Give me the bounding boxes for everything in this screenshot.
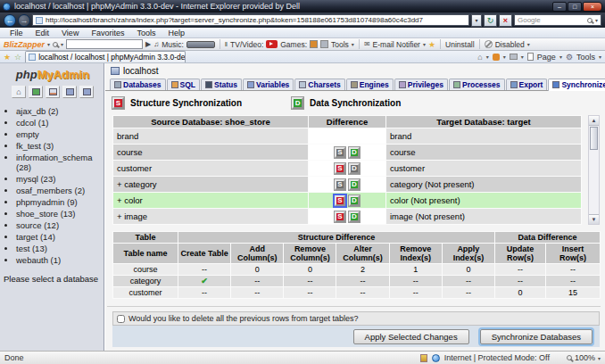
structure-sync-button[interactable]: S [335,211,345,222]
url-field[interactable]: http://localhost/branch/zahra/index.php?… [32,14,469,26]
db-item-test[interactable]: test (13) [16,243,102,254]
games-icon[interactable] [310,40,318,48]
tab-privileges[interactable]: Privileges [394,79,448,90]
menu-edit[interactable]: Edit [29,29,56,37]
email-dropdown-icon[interactable]: ▾ [423,41,426,47]
data-sync-button[interactable]: D [349,211,360,222]
search-icon[interactable] [587,18,593,23]
menu-help[interactable]: Help [162,29,191,37]
print-dropdown-icon[interactable]: ▾ [521,54,524,60]
db-item-phpmyadmin[interactable]: phpmyadmin (9) [16,196,102,208]
add-favorite-icon[interactable]: ☆ [14,53,21,62]
feeds-icon[interactable] [493,54,500,61]
uninstall-label[interactable]: Uninstall [445,40,475,49]
data-sync-button[interactable]: D [349,163,360,174]
pma-docs-icon[interactable] [79,86,94,98]
db-item-empty[interactable]: empty [16,128,102,140]
scroll-up-icon[interactable]: ▲ [589,116,599,126]
query-window-icon[interactable] [62,86,77,98]
tab-sql[interactable]: SQL [167,79,200,90]
forward-button[interactable]: → [18,14,30,27]
db-item-mysql[interactable]: mysql (23) [16,173,102,185]
apply-selected-changes-button[interactable]: Apply Selected Changes [353,329,469,344]
tab-charsets[interactable]: Charsets [294,79,344,90]
minimize-button[interactable]: – [552,2,567,12]
zoom-dropdown-icon[interactable]: ▾ [598,355,601,361]
data-sync-button[interactable]: D [349,195,360,206]
db-item-target[interactable]: target (14) [16,231,102,243]
delete-rows-checkbox[interactable] [117,315,125,323]
scroll-down-icon[interactable]: ▼ [589,214,599,224]
games-label[interactable]: Games: [280,40,307,49]
docs-icon[interactable] [46,86,60,98]
page-icon[interactable] [527,53,534,61]
toolbar-star-icon[interactable]: ★ [428,40,435,49]
toolbar-search-icon[interactable] [53,42,58,47]
db-item-source[interactable]: source (12) [16,219,102,231]
menu-favorites[interactable]: Favorites [85,29,130,37]
db-item-shoe_store[interactable]: shoe_store (13) [16,208,102,219]
data-sync-button[interactable]: D [349,147,360,158]
db-item-cdcol[interactable]: cdcol (1) [16,117,102,128]
browser-tab[interactable]: localhost / localhost | phpMyAdmin 3.3.0… [25,51,186,62]
structure-sync-button-selected[interactable]: S [335,195,345,206]
page-label[interactable]: Page [537,53,556,62]
tab-export[interactable]: Export [506,79,548,90]
feeds-dropdown-icon[interactable]: ▾ [503,54,506,60]
db-item-osaf_members[interactable]: osaf_members (2) [16,185,102,196]
search-input[interactable]: Google ▾ [514,14,601,26]
close-button[interactable]: × [583,2,602,12]
gear-icon[interactable]: ⚙ [566,53,573,62]
tab-status[interactable]: Status [201,79,242,90]
disabled-dropdown-icon[interactable]: ▾ [527,41,530,47]
refresh-button[interactable]: ↻ [484,14,497,27]
menu-tools[interactable]: Tools [130,29,162,37]
tab-databases[interactable]: Databases [110,79,166,90]
server-name[interactable]: localhost [123,66,158,76]
pause-icon[interactable]: ‖ [225,40,228,48]
phpmyadmin-logo[interactable]: phpMyAdmin [4,68,102,81]
structure-sync-button[interactable]: S [335,147,345,158]
search-dropdown-icon[interactable]: ▾ [595,17,598,23]
maximize-button[interactable]: □ [568,2,582,12]
security-flag-icon[interactable] [420,354,427,362]
home-dropdown-icon[interactable]: ▾ [486,54,489,60]
browser-tools-label[interactable]: Tools [576,53,595,62]
tab-synchronize[interactable]: Synchronize [548,79,605,91]
email-notifier-label[interactable]: E-mail Notifier [373,40,420,49]
brand-dropdown-icon[interactable]: ▾ [47,41,50,47]
comparison-scrollbar[interactable]: ▲ ▼ [588,115,600,225]
tv-video-label[interactable]: TV/Video: [230,40,263,49]
synchronize-databases-button[interactable]: Synchronize Databases [480,329,593,344]
structure-sync-button[interactable]: S [335,179,345,190]
db-item-fk_test[interactable]: fk_test (3) [16,140,102,152]
tools-dropdown-icon[interactable]: ▾ [352,41,354,47]
home-icon[interactable]: ⌂ [477,53,482,62]
tab-processes[interactable]: Processes [449,79,505,90]
tab-variables[interactable]: Variables [243,79,294,90]
stop-button[interactable]: × [499,14,512,27]
page-dropdown-icon[interactable]: ▾ [559,54,562,60]
volume-slider[interactable] [186,41,215,48]
db-item-ajax_db[interactable]: ajax_db (2) [16,105,102,117]
browser-tools-dropdown-icon[interactable]: ▾ [599,54,601,60]
zoom-control[interactable]: 100% ▾ [567,353,601,362]
favorites-icon[interactable]: ★ [4,53,11,62]
db-item-information_schema[interactable]: information_schema (28) [16,152,102,173]
disabled-label[interactable]: Disabled [495,40,525,49]
toolbar-search-dropdown-icon[interactable]: ▾ [61,41,63,47]
menu-file[interactable]: File [4,29,29,37]
tools-icon[interactable] [320,40,328,48]
sql-window-icon[interactable] [29,86,43,98]
youtube-icon[interactable] [266,40,278,48]
home-icon[interactable]: ⌂ [12,86,26,98]
toolbar-search-field[interactable] [66,39,143,49]
back-button[interactable]: ← [4,14,16,27]
menu-view[interactable]: View [55,29,85,37]
structure-sync-button[interactable]: S [335,163,345,174]
url-dropdown-button[interactable]: ▾ [471,14,482,27]
data-sync-button[interactable]: D [349,179,360,190]
play-icon[interactable]: ▶ [145,40,151,48]
print-icon[interactable] [510,54,518,60]
toolbar-brand-logo[interactable]: BlizZapper [4,40,45,49]
